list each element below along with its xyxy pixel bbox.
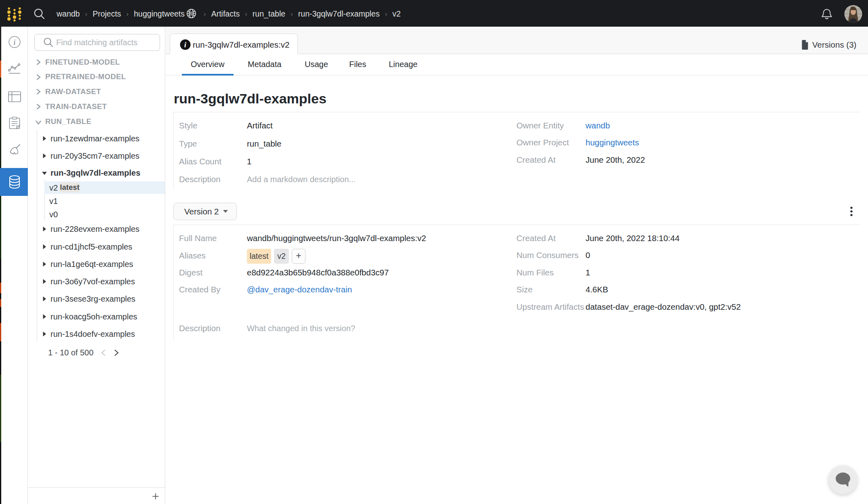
svg-text:i: i [13, 38, 15, 46]
svg-text:i: i [184, 40, 187, 49]
